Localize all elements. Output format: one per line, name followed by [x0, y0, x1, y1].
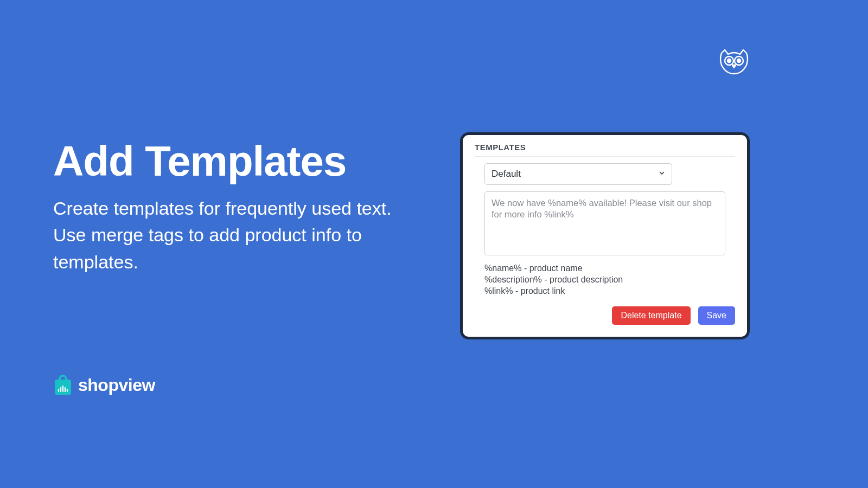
owl-icon [718, 48, 750, 76]
delete-template-button[interactable]: Delete template [612, 306, 690, 325]
panel-actions: Delete template Save [475, 306, 735, 325]
svg-point-2 [727, 59, 731, 62]
brand-logo: shopview [53, 374, 155, 396]
merge-tag-hints: %name% - product name %description% - pr… [484, 263, 735, 297]
template-body-textarea[interactable] [484, 191, 725, 255]
brand-name: shopview [78, 375, 155, 395]
template-select-wrap: Default [484, 163, 672, 185]
template-select[interactable]: Default [484, 163, 672, 185]
template-select-value: Default [492, 169, 521, 179]
save-button[interactable]: Save [698, 306, 735, 325]
svg-point-3 [737, 59, 741, 62]
hint-line: %link% - product link [484, 286, 735, 297]
page-title: Add Templates [53, 140, 406, 182]
hint-line: %name% - product name [484, 263, 735, 274]
hero-section: Add Templates Create templates for frequ… [53, 140, 406, 275]
shopping-bag-icon [53, 374, 73, 396]
page-subtitle: Create templates for frequently used tex… [53, 195, 406, 275]
panel-header: TEMPLATES [475, 143, 735, 157]
hint-line: %description% - product description [484, 274, 735, 286]
templates-panel: TEMPLATES Default %name% - product name … [460, 132, 750, 339]
